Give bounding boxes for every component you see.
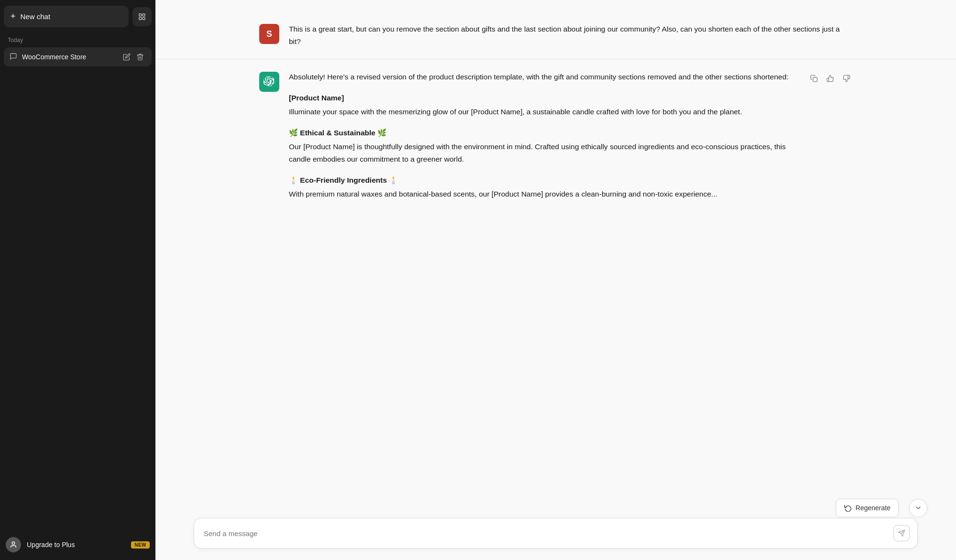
chat-icon (10, 53, 17, 62)
message-divider (155, 59, 956, 59)
section1-heading: 🌿 Ethical & Sustainable 🌿 (289, 127, 799, 139)
user-avatar (6, 537, 21, 552)
thumbs-down-button[interactable] (841, 73, 852, 84)
user-avatar-circle: S (259, 24, 279, 44)
section2-heading: 🕯️ Eco-Friendly Ingredients 🕯️ (289, 174, 799, 187)
layout-toggle-button[interactable] (132, 7, 152, 26)
chat-history-item-label: WooCommerce Store (22, 53, 116, 61)
gpt-logo-icon (264, 76, 275, 88)
svg-rect-1 (143, 14, 145, 16)
sidebar: + New chat Today WooCommerce Store (0, 0, 155, 560)
svg-point-4 (12, 542, 14, 544)
copy-button[interactable] (808, 73, 820, 84)
send-button[interactable] (893, 525, 910, 541)
today-label: Today (4, 35, 152, 47)
chat-messages: S This is a great start, but can you rem… (155, 0, 956, 560)
section1-text: Our [Product Name] is thoughtfully desig… (289, 141, 799, 165)
upgrade-label: Upgrade to Plus (27, 541, 125, 549)
main-chat-area: S This is a great start, but can you rem… (155, 0, 956, 560)
new-chat-button[interactable]: + New chat (4, 6, 129, 27)
assistant-avatar-circle (259, 72, 279, 92)
user-avatar-letter: S (266, 29, 272, 39)
user-message-content: This is a great start, but can you remov… (289, 23, 852, 47)
layout-icon (138, 13, 146, 21)
message-input[interactable] (204, 529, 893, 538)
section2-text: With premium natural waxes and botanical… (289, 188, 799, 200)
copy-icon (810, 75, 818, 82)
assistant-message-row: Absolutely! Here's a revised version of … (221, 63, 890, 214)
svg-rect-2 (139, 17, 142, 20)
assistant-message-content: Absolutely! Here's a revised version of … (289, 71, 799, 206)
user-message-text: This is a great start, but can you remov… (289, 25, 840, 45)
svg-rect-5 (813, 77, 817, 82)
plus-icon: + (11, 11, 16, 22)
delete-chat-button[interactable] (134, 52, 146, 62)
new-badge: NEW (131, 541, 150, 549)
thumbs-up-button[interactable] (824, 73, 836, 84)
svg-rect-0 (139, 14, 142, 16)
assistant-intro-text: Absolutely! Here's a revised version of … (289, 71, 799, 83)
input-area (155, 510, 956, 560)
product-name-label: [Product Name] (289, 92, 799, 104)
intro-paragraph: Illuminate your space with the mesmerizi… (289, 106, 799, 118)
new-chat-label: New chat (21, 12, 51, 21)
message-input-box (194, 518, 918, 549)
thumbs-down-icon (843, 75, 850, 82)
send-icon (898, 529, 905, 537)
svg-rect-3 (143, 17, 145, 20)
chat-item-actions (121, 52, 146, 62)
rename-chat-button[interactable] (121, 52, 132, 62)
thumbs-up-icon (826, 75, 834, 82)
upgrade-to-plus-button[interactable]: Upgrade to Plus NEW (4, 531, 152, 560)
message-action-buttons (808, 73, 852, 84)
chat-history-item-woocommerce[interactable]: WooCommerce Store (4, 47, 152, 66)
sidebar-top-row: + New chat (4, 4, 152, 29)
user-message-row: S This is a great start, but can you rem… (221, 15, 890, 55)
